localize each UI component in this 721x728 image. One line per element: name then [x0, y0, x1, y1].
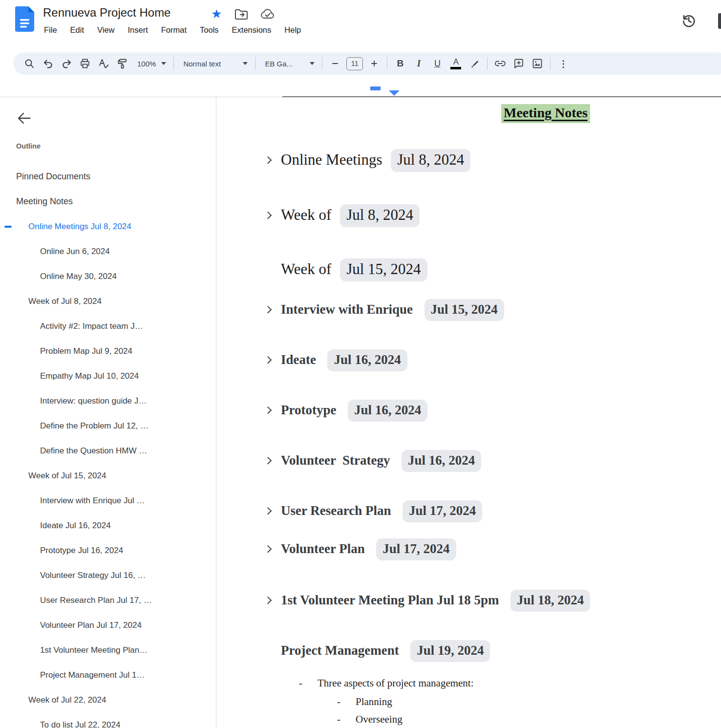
doc-heading-row[interactable]: 1st Volunteer Meeting Plan Jul 18 5pm Ju… — [281, 590, 711, 612]
collapse-chevron-icon[interactable] — [264, 156, 272, 164]
text-color-icon[interactable]: A — [446, 54, 465, 73]
clipped-edge-button[interactable] — [718, 13, 721, 29]
heading-text[interactable]: Interview with Enrique — [281, 302, 416, 317]
date-chip[interactable]: Jul 16, 2024 — [327, 349, 407, 371]
document-status-saved-icon[interactable] — [261, 9, 275, 20]
doc-heading-row[interactable]: Week of Jul 8, 2024 — [281, 204, 711, 227]
date-chip[interactable]: Jul 16, 2024 — [402, 450, 481, 472]
outline-item[interactable]: Prototype Jul 16, 2024 — [0, 538, 216, 563]
heading-text[interactable]: 1st Volunteer Meeting Plan Jul 18 5pm — [281, 593, 502, 607]
heading-text[interactable]: Project Management — [281, 643, 402, 658]
add-comment-icon[interactable] — [509, 54, 528, 73]
heading-text[interactable]: Prototype — [281, 403, 339, 417]
outline-item[interactable]: Project Management Jul 1… — [0, 663, 216, 687]
google-docs-icon[interactable] — [15, 6, 34, 32]
menu-help[interactable]: Help — [284, 25, 301, 35]
outline-item[interactable]: Week of Jul 22, 2024 — [0, 687, 216, 712]
more-options-icon[interactable]: ⋮ — [554, 54, 573, 73]
move-to-folder-icon[interactable] — [235, 9, 248, 20]
date-chip[interactable]: Jul 16, 2024 — [348, 400, 427, 422]
collapse-chevron-icon[interactable] — [264, 356, 272, 364]
starred-icon[interactable]: ★ — [211, 8, 222, 20]
outline-item[interactable]: Volunteer Plan Jul 17, 2024 — [0, 613, 216, 638]
bold-icon[interactable]: B — [391, 54, 409, 73]
bullet-line[interactable]: - Three aspects of project management: — [281, 677, 711, 689]
doc-heading-row[interactable]: Prototype Jul 16, 2024 — [281, 400, 711, 422]
insert-image-icon[interactable] — [528, 54, 547, 73]
date-chip[interactable]: Jul 15, 2024 — [424, 299, 504, 321]
spelling-check-icon[interactable] — [94, 54, 113, 73]
heading-text[interactable]: Week of — [281, 260, 331, 278]
date-chip[interactable]: Jul 18, 2024 — [510, 590, 590, 612]
collapse-chevron-icon[interactable] — [264, 456, 272, 464]
paragraph-style-select[interactable]: Normal text — [177, 54, 252, 73]
redo-icon[interactable] — [57, 54, 76, 73]
menu-view[interactable]: View — [97, 25, 114, 35]
increase-font-size-button[interactable] — [365, 54, 383, 73]
bullet-text[interactable]: Overseeing — [281, 713, 711, 726]
heading-text[interactable]: Volunteer Strategy — [281, 453, 393, 468]
menu-extensions[interactable]: Extensions — [232, 25, 272, 35]
bullet-text[interactable]: Planning — [281, 695, 711, 708]
heading-text[interactable]: Week of — [281, 206, 331, 223]
font-family-select[interactable]: EB Ga... — [259, 54, 318, 73]
doc-heading-row[interactable]: Interview with Enrique Jul 15, 2024 — [281, 299, 711, 321]
outline-item[interactable]: User Research Plan Jul 17, … — [0, 588, 216, 613]
highlight-color-icon[interactable] — [465, 54, 484, 73]
paint-format-icon[interactable] — [113, 54, 131, 73]
outline-item[interactable]: Interview: question guide J… — [0, 388, 216, 413]
print-icon[interactable] — [76, 54, 94, 73]
document-title[interactable]: Rennueva Project Home — [43, 6, 170, 20]
outline-item[interactable]: Interview with Enrique Jul … — [0, 488, 216, 513]
outline-item[interactable]: Week of Jul 8, 2024 — [0, 289, 216, 314]
menu-file[interactable]: File — [44, 25, 57, 35]
date-chip[interactable]: Jul 8, 2024 — [391, 149, 470, 172]
date-chip[interactable]: Jul 19, 2024 — [410, 640, 490, 662]
document-canvas[interactable]: Meeting Notes Online Meetings Jul 8, 202… — [216, 97, 721, 728]
outline-item[interactable]: Define the Problem Jul 12, … — [0, 413, 216, 438]
collapse-chevron-icon[interactable] — [264, 305, 272, 313]
search-menus-icon[interactable] — [20, 54, 39, 73]
decrease-font-size-button[interactable] — [326, 54, 344, 73]
heading-text[interactable]: Ideate — [281, 352, 319, 367]
italic-icon[interactable]: I — [409, 54, 428, 73]
underline-icon[interactable]: U — [428, 54, 446, 73]
menu-edit[interactable]: Edit — [70, 25, 84, 35]
font-size-input[interactable]: 11 — [346, 57, 363, 70]
bullet-text[interactable]: Three aspects of project management: — [281, 677, 711, 689]
outline-item[interactable]: Week of Jul 15, 2024 — [0, 463, 216, 488]
bullet-line[interactable]: - Planning — [281, 695, 711, 708]
date-chip[interactable]: Jul 17, 2024 — [376, 538, 456, 560]
outline-item[interactable]: Problem Map Jul 9, 2024 — [0, 339, 216, 364]
heading-text[interactable]: Online Meetings — [281, 151, 382, 168]
collapse-chevron-icon[interactable] — [264, 406, 272, 414]
left-indent-marker[interactable] — [389, 90, 400, 96]
outline-item[interactable]: Pinned Documents — [0, 164, 216, 189]
first-line-indent-marker[interactable] — [370, 86, 381, 90]
doc-heading-row[interactable]: Online Meetings Jul 8, 2024 — [281, 149, 711, 172]
menu-tools[interactable]: Tools — [200, 25, 219, 35]
outline-item[interactable]: Online Meetings Jul 8, 2024 — [0, 214, 216, 239]
outline-item[interactable]: Define the Question HMW … — [0, 438, 216, 463]
outline-item[interactable]: Meeting Notes — [0, 189, 216, 214]
date-chip[interactable]: Jul 17, 2024 — [403, 500, 482, 522]
date-chip[interactable]: Jul 15, 2024 — [340, 258, 427, 281]
date-chip[interactable]: Jul 8, 2024 — [340, 204, 420, 227]
outline-item[interactable]: Empathy Map Jul 10, 2024 — [0, 364, 216, 388]
heading-text[interactable]: User Research Plan — [281, 503, 394, 518]
outline-item[interactable]: Ideate Jul 16, 2024 — [0, 513, 216, 538]
doc-heading-row[interactable]: Volunteer Plan Jul 17, 2024 — [281, 538, 711, 560]
version-history-icon[interactable] — [680, 12, 698, 29]
collapse-chevron-icon[interactable] — [264, 211, 272, 219]
outline-item[interactable]: Volunteer Strategy Jul 16, … — [0, 563, 216, 588]
close-outline-icon[interactable] — [15, 109, 33, 127]
collapse-chevron-icon[interactable] — [264, 596, 272, 604]
collapse-chevron-icon[interactable] — [264, 507, 272, 514]
doc-heading-row[interactable]: Week of Jul 15, 2024 — [281, 258, 711, 281]
collapse-chevron-icon[interactable] — [264, 545, 272, 553]
heading-text[interactable]: Volunteer Plan — [281, 541, 368, 556]
zoom-select[interactable]: 100% — [131, 54, 170, 73]
undo-icon[interactable] — [39, 54, 57, 73]
outline-item[interactable]: Online Jun 6, 2024 — [0, 239, 216, 264]
outline-item[interactable]: 1st Volunteer Meeting Plan… — [0, 638, 216, 663]
